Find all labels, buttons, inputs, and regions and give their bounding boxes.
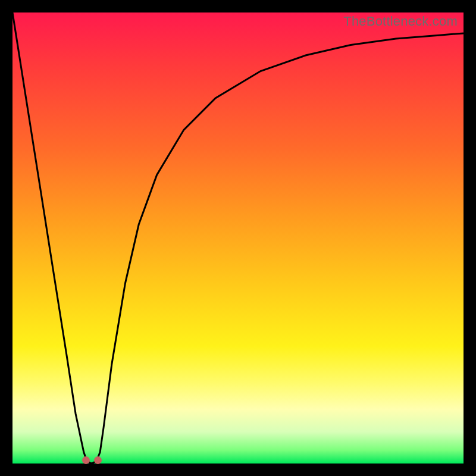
curve-path [12, 12, 464, 464]
min-marker-right [94, 456, 102, 464]
chart-frame: TheBottleneck.com [12, 12, 464, 464]
bottleneck-curve [12, 12, 464, 464]
